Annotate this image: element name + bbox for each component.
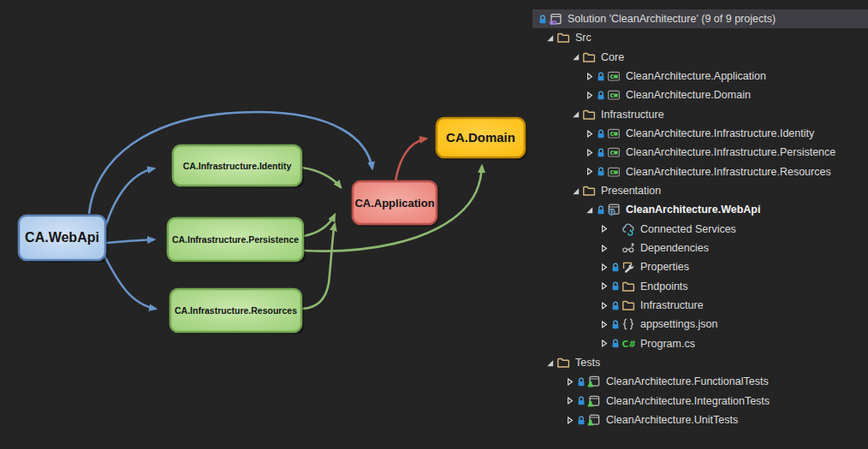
tree-label: CleanArchitecture.Infrastructure.Resourc… [626, 166, 831, 178]
tree-row-presentation[interactable]: Presentation [532, 181, 868, 200]
tree-label: Presentation [601, 185, 661, 197]
tree-row-tests[interactable]: Tests [532, 353, 868, 372]
tree-label: CleanArchitecture.Application [626, 70, 766, 82]
collapse-icon[interactable] [545, 357, 556, 368]
edge-webapi-identity [105, 168, 154, 227]
tree-row-program-cs[interactable]: Program.cs [532, 334, 868, 353]
folder-icon [582, 50, 597, 64]
expand-icon[interactable] [599, 339, 610, 349]
solution-explorer: Solution 'CleanArchitecture' (9 of 9 pro… [532, 0, 868, 449]
expand-icon[interactable] [585, 71, 596, 81]
tree-row-properties[interactable]: Properties [532, 257, 868, 276]
collapse-icon[interactable] [571, 186, 582, 196]
edge-webapi-resources [104, 256, 156, 309]
tree-label: Src [575, 32, 592, 44]
expand-icon[interactable] [585, 90, 596, 100]
node-ca-infrastructure-persistence[interactable]: CA.Infrastructure.Persistence [168, 218, 303, 261]
svg-text:CA.Infrastructure.Persistence: CA.Infrastructure.Persistence [172, 234, 299, 245]
expand-icon[interactable] [599, 262, 610, 272]
tree-row-cleanarchitecture-unittests[interactable]: CleanArchitecture.UnitTests [532, 411, 868, 429]
collapse-icon[interactable] [585, 204, 596, 215]
lock-icon [610, 318, 621, 330]
tree-row-cleanarchitecture-functionaltests[interactable]: CleanArchitecture.FunctionalTests [532, 372, 868, 391]
expand-icon[interactable] [585, 128, 596, 139]
tree-row-src[interactable]: Src [532, 28, 868, 47]
collapse-icon[interactable] [571, 109, 582, 120]
tree-label: Connected Services [640, 223, 736, 235]
tree-label: Tests [575, 357, 600, 369]
lock-icon [576, 414, 587, 426]
tree-row-cleanarchitecture-application[interactable]: CleanArchitecture.Application [532, 67, 868, 86]
lock-slot-empty [610, 242, 621, 254]
tree-label: Infrastructure [640, 299, 704, 311]
tree-row-cleanarchitecture-infrastructure-persistence[interactable]: CleanArchitecture.Infrastructure.Persist… [532, 143, 868, 162]
lock-icon [596, 146, 607, 158]
collapse-icon[interactable] [545, 32, 556, 43]
json-icon [621, 317, 636, 331]
lock-icon [610, 281, 621, 292]
node-ca-infrastructure-identity[interactable]: CA.Infrastructure.Identity [173, 145, 301, 186]
tree-row-cleanarchitecture-integrationtests[interactable]: CleanArchitecture.IntegrationTests [532, 392, 868, 411]
lock-icon [596, 89, 607, 101]
tree-label: CleanArchitecture.UnitTests [606, 414, 738, 426]
lock-slot-empty [610, 223, 621, 235]
tree-label: Infrastructure [601, 109, 664, 121]
tree-row-dependencies[interactable]: Dependencies [532, 239, 868, 257]
expand-icon[interactable] [599, 319, 610, 329]
folder-icon [621, 280, 636, 293]
tree-label: Properties [640, 261, 689, 273]
folder-icon [582, 184, 597, 198]
tree-row-endpoints[interactable]: Endpoints [532, 277, 868, 296]
expand-icon[interactable] [565, 415, 576, 425]
tree-label: Dependencies [640, 242, 709, 254]
tree-label: CleanArchitecture.Infrastructure.Identit… [626, 127, 814, 139]
expand-icon[interactable] [599, 243, 610, 253]
tree-row-infrastructure[interactable]: Infrastructure [532, 105, 868, 124]
tree-label: Solution 'CleanArchitecture' (9 of 9 pro… [568, 13, 776, 25]
tree-row-solution-cleanarchitecture-9-of-9-projects[interactable]: Solution 'CleanArchitecture' (9 of 9 pro… [532, 9, 868, 28]
expand-icon[interactable] [565, 396, 576, 406]
svg-text:CA.Domain: CA.Domain [446, 130, 515, 145]
tree-row-core[interactable]: Core [532, 48, 868, 67]
props-icon [621, 260, 636, 274]
node-ca-infrastructure-resources[interactable]: CA.Infrastructure.Resources [170, 289, 301, 332]
tree-row-connected-services[interactable]: Connected Services [532, 220, 868, 239]
node-ca-application[interactable]: CA.Application [353, 181, 437, 224]
edge-webapi-persistence [106, 239, 154, 243]
folder-icon [556, 31, 571, 44]
deps-icon [621, 241, 636, 255]
tree-label: CleanArchitecture.FunctionalTests [606, 375, 769, 387]
expand-icon[interactable] [565, 376, 576, 387]
csproj-icon [607, 69, 621, 83]
edge-resources-application [302, 224, 335, 309]
tree-row-cleanarchitecture-infrastructure-identity[interactable]: CleanArchitecture.Infrastructure.Identit… [532, 124, 868, 143]
tree-row-appsettings-json[interactable]: appsettings.json [532, 315, 868, 334]
svg-text:CA.Application: CA.Application [354, 197, 434, 210]
collapse-icon[interactable] [571, 52, 582, 62]
lock-icon [596, 127, 607, 139]
tree-label: Core [601, 51, 624, 63]
tree-row-cleanarchitecture-webapi[interactable]: CleanArchitecture.WebApi [532, 200, 868, 219]
expand-icon[interactable] [585, 147, 596, 157]
expand-icon[interactable] [585, 167, 596, 177]
csproj-icon [607, 88, 621, 102]
lock-icon [610, 261, 621, 273]
node-ca-webapi[interactable]: CA.WebApi [19, 216, 105, 260]
svg-text:CA.Infrastructure.Resources: CA.Infrastructure.Resources [175, 305, 297, 316]
lock-icon [596, 204, 607, 216]
node-ca-domain[interactable]: CA.Domain [437, 118, 525, 157]
tree-row-infrastructure[interactable]: Infrastructure [532, 296, 868, 315]
folder-icon [582, 108, 597, 121]
edge-persistence-application [304, 215, 335, 236]
cloud-icon [621, 222, 636, 236]
expand-icon[interactable] [599, 300, 610, 310]
tree-row-cleanarchitecture-infrastructure-resources[interactable]: CleanArchitecture.Infrastructure.Resourc… [532, 162, 868, 181]
expand-icon[interactable] [599, 224, 610, 234]
folder-icon [556, 356, 571, 369]
tree-row-cleanarchitecture-domain[interactable]: CleanArchitecture.Domain [532, 86, 868, 104]
tree-label: Program.cs [640, 338, 695, 350]
expand-icon[interactable] [599, 281, 610, 292]
dependency-diagram: CA.WebApi CA.Infrastructure.Identity CA.… [0, 0, 539, 368]
lock-icon [538, 13, 549, 25]
webproj-icon [607, 203, 621, 216]
